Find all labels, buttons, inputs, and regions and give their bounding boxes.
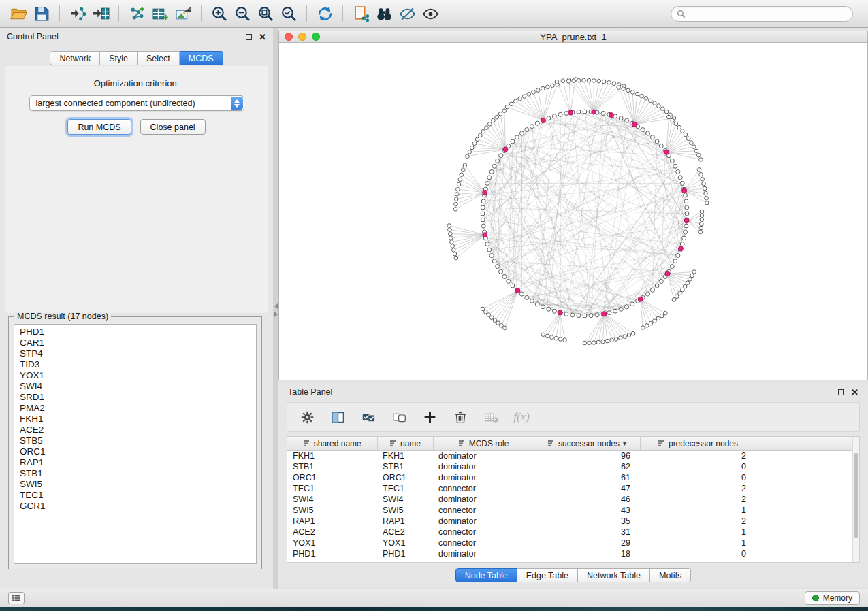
mcds-result-item[interactable]: RAP1 xyxy=(14,457,256,468)
mcds-result-item[interactable]: PHD1 xyxy=(14,327,256,337)
select-all-button[interactable] xyxy=(359,408,377,426)
delete-column-button[interactable] xyxy=(451,408,469,426)
refresh-button[interactable] xyxy=(313,3,336,24)
tab-edge-table[interactable]: Edge Table xyxy=(517,568,578,582)
table-cell[interactable]: PHD1 xyxy=(287,548,377,559)
table-cell[interactable]: 18 xyxy=(534,548,640,559)
table-row[interactable]: ACE2ACE2connector311 xyxy=(287,527,854,538)
table-cell[interactable]: dominator xyxy=(433,548,534,559)
table-row[interactable]: PHD1PHD1dominator180 xyxy=(287,548,854,559)
tab-select[interactable]: Select xyxy=(138,51,180,65)
zoom-fit-button[interactable] xyxy=(254,3,277,24)
table-cell[interactable]: 1 xyxy=(640,505,756,516)
table-cell[interactable]: STB1 xyxy=(377,461,433,472)
show-columns-button[interactable] xyxy=(329,408,347,426)
table-cell[interactable]: STB1 xyxy=(287,461,377,472)
table-row[interactable]: YOX1YOX1connector291 xyxy=(287,538,854,548)
optimization-criterion-select[interactable]: largest connected component (undirected) xyxy=(29,95,244,111)
mcds-result-item[interactable]: TEC1 xyxy=(14,490,256,501)
table-cell[interactable]: 61 xyxy=(534,472,640,483)
table-cell[interactable]: RAP1 xyxy=(377,516,433,527)
mcds-result-item[interactable]: CAR1 xyxy=(14,337,256,348)
splitter-collapse-handle[interactable] xyxy=(273,303,278,321)
table-cell[interactable]: connector xyxy=(433,527,534,538)
close-panel-button[interactable]: Close panel xyxy=(140,119,206,135)
table-cell[interactable]: 31 xyxy=(534,527,640,538)
deselect-all-button[interactable] xyxy=(390,408,408,426)
table-cell[interactable]: connector xyxy=(433,505,534,516)
table-cell[interactable]: ORC1 xyxy=(377,472,433,483)
table-cell[interactable]: 2 xyxy=(640,450,756,461)
export-image-button[interactable] xyxy=(172,3,195,24)
hide-details-button[interactable] xyxy=(396,3,419,24)
new-network-button[interactable] xyxy=(125,3,148,24)
table-cell[interactable]: TEC1 xyxy=(377,483,433,494)
tab-motifs[interactable]: Motifs xyxy=(650,568,691,582)
table-cell[interactable]: RAP1 xyxy=(287,516,377,527)
float-panel-icon[interactable] xyxy=(246,34,252,40)
table-row[interactable]: FKH1FKH1dominator962 xyxy=(287,450,854,461)
zoom-selected-button[interactable] xyxy=(277,3,300,24)
table-cell[interactable]: 29 xyxy=(534,538,640,548)
table-cell[interactable]: 2 xyxy=(640,483,756,494)
mcds-result-item[interactable]: STP4 xyxy=(14,348,256,359)
import-table-button[interactable] xyxy=(89,3,112,24)
network-canvas[interactable] xyxy=(279,44,867,380)
table-cell[interactable]: FKH1 xyxy=(287,450,377,461)
mcds-result-item[interactable]: SWI4 xyxy=(14,381,256,392)
table-cell[interactable]: 0 xyxy=(640,548,756,559)
column-header-successor-nodes[interactable]: successor nodes ▾ xyxy=(534,437,640,450)
search-field[interactable] xyxy=(671,6,853,22)
mcds-result-item[interactable]: ORC1 xyxy=(14,446,256,457)
tab-style[interactable]: Style xyxy=(100,51,138,65)
table-cell[interactable]: YOX1 xyxy=(287,538,377,548)
column-header-name[interactable]: name xyxy=(377,437,433,450)
add-column-button[interactable] xyxy=(421,408,438,426)
zoom-in-button[interactable] xyxy=(208,3,231,24)
table-cell[interactable]: 1 xyxy=(640,527,756,538)
table-cell[interactable]: 46 xyxy=(534,494,640,505)
table-cell[interactable]: PHD1 xyxy=(377,548,433,559)
tab-node-table[interactable]: Node Table xyxy=(455,568,517,582)
open-file-button[interactable] xyxy=(7,3,30,24)
table-row[interactable]: SWI4SWI4dominator462 xyxy=(287,494,854,505)
table-cell[interactable]: SWI5 xyxy=(287,505,377,516)
table-cell[interactable]: 62 xyxy=(534,461,640,472)
table-cell[interactable]: 0 xyxy=(640,461,756,472)
show-details-button[interactable] xyxy=(419,3,442,24)
mcds-result-item[interactable]: FKH1 xyxy=(14,414,256,425)
table-cell[interactable]: dominator xyxy=(433,461,534,472)
table-cell[interactable]: SWI4 xyxy=(377,494,433,505)
search-input[interactable] xyxy=(689,9,847,18)
import-network-button[interactable] xyxy=(66,3,89,24)
tab-mcds[interactable]: MCDS xyxy=(180,51,223,65)
tab-network-table[interactable]: Network Table xyxy=(578,568,650,582)
table-cell[interactable]: TEC1 xyxy=(287,483,377,494)
mcds-result-item[interactable]: ACE2 xyxy=(14,425,256,435)
table-cell[interactable]: ORC1 xyxy=(287,472,377,483)
table-row[interactable]: STB1STB1dominator620 xyxy=(287,461,854,472)
column-header-mcds-role[interactable]: MCDS role xyxy=(433,437,534,450)
memory-button[interactable]: Memory xyxy=(805,591,860,605)
table-row[interactable]: SWI5SWI5connector431 xyxy=(287,505,854,516)
table-scrollbar[interactable] xyxy=(852,437,859,562)
mcds-result-item[interactable]: YOX1 xyxy=(14,370,256,381)
tab-network[interactable]: Network xyxy=(50,51,100,65)
table-row[interactable]: ORC1ORC1dominator610 xyxy=(287,472,854,483)
save-session-button[interactable] xyxy=(30,3,53,24)
column-header-predecessor-nodes[interactable]: predecessor nodes xyxy=(640,437,756,450)
zoom-out-button[interactable] xyxy=(231,3,254,24)
table-cell[interactable]: SWI5 xyxy=(377,505,433,516)
mcds-result-item[interactable]: STB5 xyxy=(14,435,256,446)
column-header-shared-name[interactable]: shared name xyxy=(287,437,377,450)
mcds-result-item[interactable]: STB1 xyxy=(14,468,256,479)
table-cell[interactable]: 35 xyxy=(534,516,640,527)
table-row[interactable]: TEC1TEC1connector472 xyxy=(287,483,854,494)
table-cell[interactable]: YOX1 xyxy=(377,538,433,548)
mcds-result-list[interactable]: PHD1CAR1STP4TID3YOX1SWI4SRD1PMA2FKH1ACE2… xyxy=(14,324,257,564)
table-cell[interactable]: FKH1 xyxy=(377,450,433,461)
mcds-result-item[interactable]: PMA2 xyxy=(14,403,256,414)
mcds-result-item[interactable]: GCR1 xyxy=(14,501,256,512)
search-network-button[interactable] xyxy=(372,3,396,24)
mcds-result-item[interactable]: TID3 xyxy=(14,359,256,370)
